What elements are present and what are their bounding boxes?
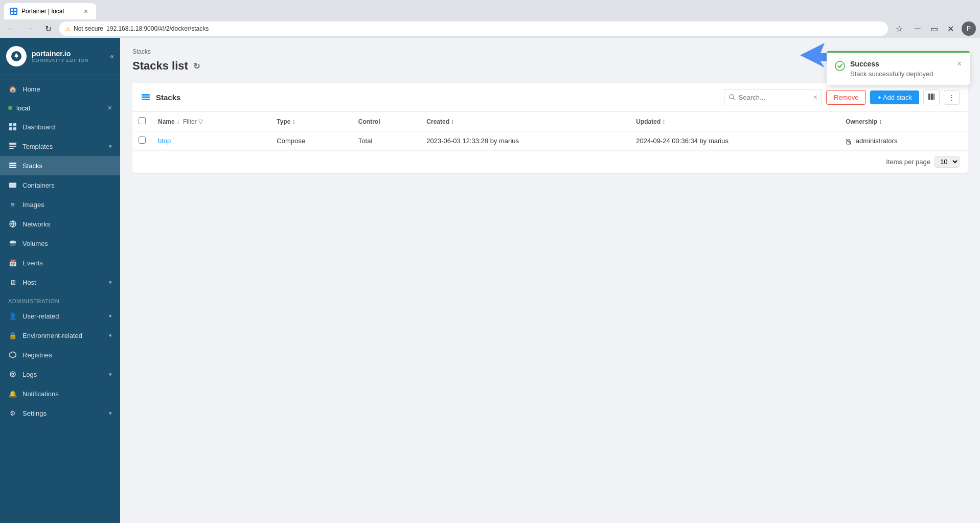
restore-btn[interactable]: ▭ xyxy=(927,21,941,36)
reload-btn[interactable]: ↻ xyxy=(41,21,55,36)
row-checkbox[interactable] xyxy=(139,137,146,144)
profile-avatar[interactable]: P xyxy=(962,21,976,36)
svg-point-19 xyxy=(10,372,15,377)
environment-related-label: Environment-related xyxy=(22,332,104,339)
sidebar-item-dashboard[interactable]: Dashboard xyxy=(0,117,120,137)
logo-edition: COMMUNITY EDITION xyxy=(32,58,88,63)
user-related-label: User-related xyxy=(22,312,104,320)
svg-rect-12 xyxy=(9,167,16,168)
env-status-dot xyxy=(8,106,12,110)
columns-btn[interactable] xyxy=(923,89,940,105)
filter-btn[interactable]: Filter ▽ xyxy=(181,118,205,125)
toast-close-btn[interactable]: × xyxy=(957,60,962,68)
toast-success-icon xyxy=(835,61,845,74)
panel-title-text: Stacks xyxy=(156,93,180,102)
sidebar-item-stacks[interactable]: Stacks xyxy=(0,156,120,175)
tab-favicon xyxy=(10,8,17,15)
search-input[interactable] xyxy=(739,94,810,101)
sidebar-item-label: Home xyxy=(22,85,112,93)
select-all-checkbox[interactable] xyxy=(139,117,146,124)
sidebar-item-host[interactable]: 🖥 Host ▾ xyxy=(0,272,120,292)
sidebar-item-images[interactable]: ≡ Images xyxy=(0,195,120,214)
host-icon: 🖥 xyxy=(8,278,17,287)
logs-arrow-icon: ▾ xyxy=(109,371,112,378)
stacks-panel-icon xyxy=(141,92,151,102)
sidebar-item-home[interactable]: 🏠 Home xyxy=(0,79,120,99)
refresh-icon[interactable]: ↻ xyxy=(193,61,200,71)
images-label: Images xyxy=(22,201,112,209)
not-secure-label: Not secure xyxy=(74,25,103,32)
sidebar-item-templates[interactable]: Templates ▾ xyxy=(0,137,120,156)
browser-tab[interactable]: Portainer | local × xyxy=(4,3,96,19)
env-close-btn[interactable]: × xyxy=(108,104,112,112)
ownership-column-header[interactable]: Ownership ↕ xyxy=(846,118,882,125)
sidebar-item-events[interactable]: 📅 Events xyxy=(0,253,120,272)
items-per-page-row: Items per page 10 25 50 xyxy=(132,151,968,173)
svg-rect-15 xyxy=(9,183,16,188)
environment-related-arrow-icon: ▾ xyxy=(109,332,112,339)
remove-btn[interactable]: Remove xyxy=(826,90,866,105)
sidebar-item-networks[interactable]: Networks xyxy=(0,214,120,234)
updated-column-header[interactable]: Updated ↕ xyxy=(636,118,665,125)
sidebar-item-logs[interactable]: Logs ▾ xyxy=(0,365,120,384)
created-column-header[interactable]: Created ↕ xyxy=(426,118,454,125)
forward-btn[interactable]: → xyxy=(22,21,37,36)
home-icon: 🏠 xyxy=(8,84,17,94)
stacks-panel: Stacks × Remove + Add stack ⋮ xyxy=(132,83,968,173)
search-clear-btn[interactable]: × xyxy=(813,93,817,101)
type-column-header[interactable]: Type ↕ xyxy=(277,118,295,125)
sidebar-logo: portainer.io COMMUNITY EDITION « xyxy=(0,38,120,75)
svg-rect-3 xyxy=(14,12,16,14)
host-arrow-icon: ▾ xyxy=(109,279,112,286)
sidebar-env-header[interactable]: local × xyxy=(0,99,120,117)
name-column-header[interactable]: Name ↓ Filter ▽ xyxy=(158,118,205,125)
tab-close-btn[interactable]: × xyxy=(82,7,90,15)
settings-label: Settings xyxy=(22,410,104,417)
close-btn[interactable]: ✕ xyxy=(943,21,958,36)
svg-rect-6 xyxy=(13,123,16,126)
networks-label: Networks xyxy=(22,220,112,228)
templates-icon xyxy=(8,142,17,151)
toast-title: Success xyxy=(850,60,952,68)
svg-rect-25 xyxy=(928,94,930,100)
svg-rect-13 xyxy=(9,165,16,166)
templates-arrow-icon: ▾ xyxy=(109,143,112,150)
sidebar-item-environment-related[interactable]: 🔒 Environment-related ▾ xyxy=(0,326,120,345)
svg-rect-11 xyxy=(9,148,14,149)
stacks-table-container: Name ↓ Filter ▽ Type ↕ Control Created ↕… xyxy=(132,112,968,151)
logs-icon xyxy=(8,370,17,379)
svg-rect-22 xyxy=(142,97,150,98)
svg-point-20 xyxy=(12,373,14,375)
minimize-btn[interactable]: ─ xyxy=(910,21,925,36)
environment-related-icon: 🔒 xyxy=(8,331,17,340)
search-box[interactable]: × xyxy=(724,89,822,105)
not-secure-icon: ⚠ xyxy=(65,26,71,32)
control-column-header: Control xyxy=(358,118,380,125)
svg-rect-23 xyxy=(142,94,150,96)
svg-rect-26 xyxy=(931,94,933,100)
svg-point-24 xyxy=(730,95,734,99)
stack-name-link[interactable]: btop xyxy=(158,137,171,145)
sidebar-item-volumes[interactable]: Volumes xyxy=(0,234,120,253)
add-stack-btn[interactable]: + Add stack xyxy=(870,90,919,104)
logo-text: portainer.io COMMUNITY EDITION xyxy=(32,50,88,63)
address-bar[interactable]: ⚠ Not secure 192.168.1.18:9000/#!/2/dock… xyxy=(59,21,888,36)
networks-icon xyxy=(8,219,17,229)
items-per-page-select[interactable]: 10 25 50 xyxy=(935,156,960,168)
svg-point-31 xyxy=(835,61,845,71)
settings-arrow-icon: ▾ xyxy=(109,410,112,417)
back-btn[interactable]: ← xyxy=(4,21,18,36)
sidebar-item-containers[interactable]: Containers xyxy=(0,175,120,195)
host-label: Host xyxy=(22,279,104,286)
sidebar-item-settings[interactable]: ⚙ Settings ▾ xyxy=(0,403,120,423)
toast: Success Stack successfully deployed × xyxy=(827,51,970,85)
sidebar-item-registries[interactable]: Registries xyxy=(0,345,120,365)
panel-title: Stacks xyxy=(141,92,718,102)
sidebar-item-notifications[interactable]: 🔔 Notifications xyxy=(0,384,120,403)
more-options-btn[interactable]: ⋮ xyxy=(944,90,960,105)
sidebar-collapse-btn[interactable]: « xyxy=(110,52,114,60)
table-row: btop Compose Total 2023-06-03 12:33:28 b… xyxy=(132,131,968,151)
images-icon: ≡ xyxy=(8,200,17,209)
bookmark-btn[interactable]: ☆ xyxy=(892,21,906,36)
sidebar-item-user-related[interactable]: 👤 User-related ▾ xyxy=(0,306,120,326)
